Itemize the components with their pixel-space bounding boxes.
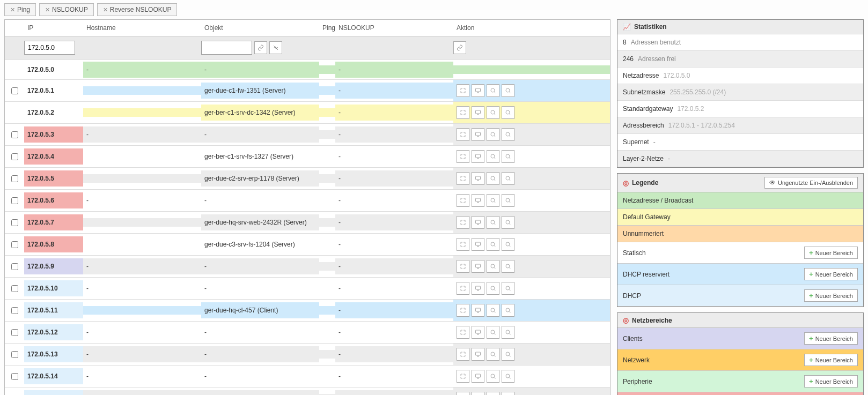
search-icon[interactable] [487,392,499,395]
new-range-button[interactable]: +Neuer Bereich [804,332,858,345]
row-checkbox[interactable] [11,175,18,182]
new-range-button[interactable]: +Neuer Bereich [804,247,858,259]
search-icon[interactable] [487,238,499,251]
new-range-button[interactable]: +Neuer Bereich [804,354,858,366]
monitor-icon[interactable] [472,194,484,207]
search2-icon[interactable] [502,172,514,185]
ip-cell[interactable]: 172.0.5.13 [24,346,83,362]
unlink-icon[interactable] [269,41,282,54]
row-checkbox[interactable] [11,153,18,160]
col-nslookup[interactable]: NSLOOKUP [335,20,453,36]
col-hostname[interactable]: Hostname [83,20,201,36]
ip-cell[interactable]: 172.0.5.10 [24,280,83,296]
row-checkbox[interactable] [11,131,18,138]
row-checkbox[interactable] [11,351,18,358]
ping-button[interactable]: Ping [4,3,36,16]
monitor-icon[interactable] [472,84,484,97]
monitor-icon[interactable] [472,282,484,295]
search2-icon[interactable] [502,326,514,339]
search-icon[interactable] [487,216,499,229]
monitor-icon[interactable] [472,216,484,229]
expand-icon[interactable] [457,106,469,119]
search-icon[interactable] [487,304,499,317]
objekt-filter-input[interactable] [201,41,252,55]
expand-icon[interactable] [457,260,469,273]
expand-icon[interactable] [457,370,469,383]
col-objekt[interactable]: Objekt [201,20,319,36]
new-range-button[interactable]: +Neuer Bereich [804,268,858,280]
expand-icon[interactable] [457,194,469,207]
monitor-icon[interactable] [472,260,484,273]
ip-cell[interactable]: 172.0.5.8 [24,236,83,252]
ip-cell[interactable]: 172.0.5.11 [24,302,83,318]
search-icon[interactable] [487,194,499,207]
monitor-icon[interactable] [472,150,484,163]
monitor-icon[interactable] [472,238,484,251]
reverse-nslookup-button[interactable]: Reverse NSLOOKUP [97,3,178,16]
search2-icon[interactable] [502,392,514,395]
search2-icon[interactable] [502,106,514,119]
expand-icon[interactable] [457,392,469,395]
ip-cell[interactable]: 172.0.5.0 [24,62,83,78]
expand-icon[interactable] [457,172,469,185]
ip-cell[interactable]: 172.0.5.9 [24,258,83,274]
toggle-unused-button[interactable]: Ungenutzte Ein-/Ausblenden [764,177,858,189]
monitor-icon[interactable] [472,172,484,185]
expand-icon[interactable] [457,150,469,163]
row-checkbox[interactable] [11,219,18,226]
col-ping[interactable]: Ping [319,20,335,36]
new-range-button[interactable]: +Neuer Bereich [804,375,858,387]
search-icon[interactable] [487,282,499,295]
ip-cell[interactable]: 172.0.5.15 [24,390,83,395]
search-icon[interactable] [487,128,499,141]
search-icon[interactable] [487,84,499,97]
row-checkbox[interactable] [11,241,18,248]
ip-cell[interactable]: 172.0.5.4 [24,148,83,165]
row-checkbox[interactable] [11,307,18,314]
monitor-icon[interactable] [472,106,484,119]
col-aktion[interactable]: Aktion [453,20,610,36]
monitor-icon[interactable] [472,326,484,339]
expand-icon[interactable] [457,348,469,361]
new-range-button[interactable]: +Neuer Bereich [804,289,858,302]
expand-icon[interactable] [457,304,469,317]
search-icon[interactable] [487,348,499,361]
row-checkbox[interactable] [11,197,18,204]
search-icon[interactable] [487,260,499,273]
ip-cell[interactable]: 172.0.5.6 [24,192,83,208]
monitor-icon[interactable] [472,348,484,361]
row-checkbox[interactable] [11,329,18,336]
expand-icon[interactable] [457,216,469,229]
ip-cell[interactable]: 172.0.5.12 [24,324,83,340]
search2-icon[interactable] [502,216,514,229]
search-icon[interactable] [487,106,499,119]
expand-icon[interactable] [457,282,469,295]
search-icon[interactable] [487,370,499,383]
ip-cell[interactable]: 172.0.5.7 [24,214,83,230]
action-link-icon[interactable] [453,41,466,54]
ip-cell[interactable]: 172.0.5.14 [24,368,83,384]
row-checkbox[interactable] [11,285,18,292]
row-checkbox[interactable] [11,373,18,380]
search2-icon[interactable] [502,304,514,317]
col-ip[interactable]: IP [24,20,83,36]
row-checkbox[interactable] [11,263,18,270]
row-checkbox[interactable] [11,87,18,94]
ip-cell[interactable]: 172.0.5.5 [24,170,83,187]
monitor-icon[interactable] [472,128,484,141]
search2-icon[interactable] [502,260,514,273]
search2-icon[interactable] [502,370,514,383]
monitor-icon[interactable] [472,370,484,383]
search2-icon[interactable] [502,128,514,141]
link-icon[interactable] [254,41,267,54]
search-icon[interactable] [487,150,499,163]
nslookup-button[interactable]: NSLOOKUP [39,3,94,16]
expand-icon[interactable] [457,128,469,141]
search2-icon[interactable] [502,238,514,251]
search-icon[interactable] [487,326,499,339]
ip-cell[interactable]: 172.0.5.3 [24,126,83,143]
ip-filter-input[interactable] [24,41,75,55]
search2-icon[interactable] [502,84,514,97]
ip-cell[interactable]: 172.0.5.2 [24,105,83,121]
search-icon[interactable] [487,172,499,185]
